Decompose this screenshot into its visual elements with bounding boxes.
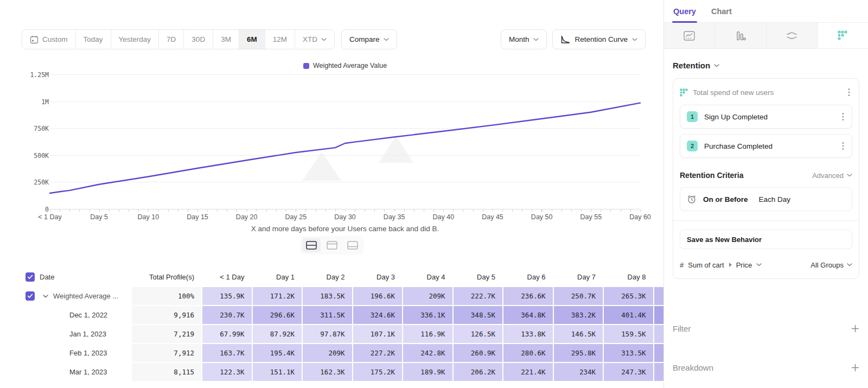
total-profiles-cell[interactable]: 9,916 (132, 306, 201, 324)
retention-value-cell[interactable]: 67.99K (202, 325, 252, 343)
retention-value-cell[interactable]: 97.87K (303, 325, 352, 343)
funnels-tab[interactable] (715, 23, 766, 48)
date-range-12m[interactable]: 12M (265, 30, 295, 49)
compare-button[interactable]: Compare (341, 29, 398, 49)
save-as-new-behavior-button[interactable]: Save as New Behavior (680, 230, 852, 249)
retention-value-cell[interactable]: 107.1K (353, 325, 403, 343)
groups-dropdown[interactable]: All Groups (810, 261, 852, 269)
table-row-label[interactable]: Dec 1, 2022 (22, 306, 131, 324)
criteria-timing-control[interactable]: On or Before Each Day (680, 187, 852, 211)
retention-value-cell[interactable]: 280.6K (503, 344, 553, 362)
granularity-dropdown[interactable]: Month (501, 29, 547, 49)
table-row-label[interactable]: Jan 1, 2023 (22, 325, 131, 343)
retention-value-cell[interactable]: 146.5K (554, 325, 603, 343)
date-range-label: 6M (247, 35, 257, 43)
retention-value-cell[interactable]: 336.1K (403, 306, 452, 324)
retention-value-cell[interactable]: 296.6K (253, 306, 302, 324)
checkbox-checked[interactable] (25, 291, 35, 301)
retention-value-cell[interactable]: 122.3K (202, 363, 252, 381)
expand-row-chevron-icon[interactable] (43, 295, 48, 298)
retention-value-cell[interactable]: 163.7K (202, 344, 252, 362)
retention-value-cell[interactable]: 364.8K (503, 306, 553, 324)
chart-type-dropdown[interactable]: Retention Curve (552, 29, 646, 49)
retention-line-series[interactable] (0, 60, 663, 222)
retention-value-cell[interactable]: 265.3K (604, 287, 653, 305)
total-profiles-cell[interactable]: 8,115 (132, 363, 201, 381)
retention-value-cell-clipped[interactable] (654, 344, 664, 362)
retention-value-cell[interactable]: 221.4K (503, 363, 553, 381)
date-range-today[interactable]: Today (75, 30, 111, 49)
retention-value-cell[interactable]: 195.4K (253, 344, 302, 362)
step-menu-button[interactable] (840, 141, 846, 151)
retention-value-cell[interactable]: 234K (554, 363, 603, 381)
date-range-3m[interactable]: 3M (213, 30, 239, 49)
retention-value-cell[interactable]: 183.5K (303, 287, 352, 305)
retention-value-cell[interactable]: 247.3K (604, 363, 653, 381)
retention-value-cell[interactable]: 313.5K (604, 344, 653, 362)
total-profiles-cell[interactable]: 7,219 (132, 325, 201, 343)
flows-tab[interactable] (767, 23, 818, 48)
retention-value-cell[interactable]: 171.2K (253, 287, 302, 305)
date-range-7d[interactable]: 7D (158, 30, 183, 49)
criteria-mode-dropdown[interactable]: Advanced (812, 171, 852, 180)
checkbox-checked[interactable] (25, 272, 35, 282)
table-row-label[interactable]: Weighted Average ... (22, 287, 131, 305)
retention-value-cell[interactable]: 209K (303, 344, 352, 362)
retention-value-cell[interactable]: 242.8K (403, 344, 452, 362)
retention-value-cell[interactable]: 222.7K (454, 287, 503, 305)
retention-value-cell-clipped[interactable] (654, 363, 664, 381)
insights-tab[interactable] (664, 23, 715, 48)
retention-value-cell[interactable]: 87.92K (253, 325, 302, 343)
retention-value-cell[interactable]: 175.2K (353, 363, 403, 381)
behavior-step-1[interactable]: 1Sign Up Completed (680, 105, 852, 129)
retention-value-cell[interactable]: 196.6K (353, 287, 403, 305)
total-profiles-cell[interactable]: 7,912 (132, 344, 201, 362)
date-range-6m[interactable]: 6M (239, 30, 265, 49)
retention-value-cell[interactable]: 383.2K (554, 306, 603, 324)
total-profiles-cell[interactable]: 100% (132, 287, 201, 305)
retention-value-cell[interactable]: 162.3K (303, 363, 352, 381)
top-panel-view-toggle[interactable] (323, 238, 341, 252)
date-range-custom[interactable]: Custom (22, 30, 75, 49)
retention-value-cell[interactable]: 230.7K (202, 306, 252, 324)
date-range-yesterday[interactable]: Yesterday (111, 30, 159, 49)
step-menu-button[interactable] (840, 111, 846, 122)
retention-value-cell[interactable]: 311.5K (303, 306, 352, 324)
add-breakdown-button[interactable] (851, 364, 859, 372)
date-range-30d[interactable]: 30D (183, 30, 213, 49)
behavior-step-2[interactable]: 2Purchase Completed (680, 134, 852, 158)
table-row-label[interactable]: Mar 1, 2023 (22, 363, 131, 381)
measure-property-label[interactable]: Price (736, 261, 752, 269)
retention-value-cell[interactable]: 135.9K (202, 287, 252, 305)
retention-tab[interactable] (818, 23, 868, 48)
bottom-panel-view-toggle[interactable] (343, 238, 362, 252)
retention-value-cell[interactable]: 189.9K (403, 363, 452, 381)
retention-value-cell[interactable]: 126.5K (454, 325, 503, 343)
retention-value-cell[interactable]: 324.6K (353, 306, 403, 324)
retention-value-cell-clipped[interactable] (654, 325, 664, 343)
retention-value-cell[interactable]: 116.9K (403, 325, 452, 343)
tab-chart[interactable]: Chart (711, 7, 732, 22)
retention-value-cell-clipped[interactable] (654, 306, 664, 324)
retention-value-cell[interactable]: 260.9K (454, 344, 503, 362)
measure-event-label[interactable]: Sum of cart (688, 261, 724, 269)
retention-value-cell[interactable]: 236.6K (503, 287, 553, 305)
retention-value-cell[interactable]: 133.8K (503, 325, 553, 343)
retention-value-cell[interactable]: 295.8K (554, 344, 603, 362)
behavior-menu-button[interactable] (846, 87, 852, 98)
retention-value-cell[interactable]: 401.4K (604, 306, 653, 324)
retention-value-cell[interactable]: 159.5K (604, 325, 653, 343)
retention-value-cell[interactable]: 206.2K (454, 363, 503, 381)
table-row-label[interactable]: Feb 1, 2023 (22, 344, 131, 362)
retention-value-cell[interactable]: 250.7K (554, 287, 603, 305)
retention-value-cell[interactable]: 151.1K (253, 363, 302, 381)
split-view-toggle[interactable] (302, 238, 321, 252)
retention-section-header[interactable]: Retention (673, 61, 859, 70)
retention-value-cell-clipped[interactable] (654, 287, 664, 305)
retention-value-cell[interactable]: 209K (403, 287, 452, 305)
tab-query[interactable]: Query (673, 7, 696, 22)
add-filter-button[interactable] (851, 325, 859, 333)
date-range-xtd[interactable]: XTD (295, 30, 334, 49)
retention-value-cell[interactable]: 348.5K (454, 306, 503, 324)
retention-value-cell[interactable]: 227.2K (353, 344, 403, 362)
